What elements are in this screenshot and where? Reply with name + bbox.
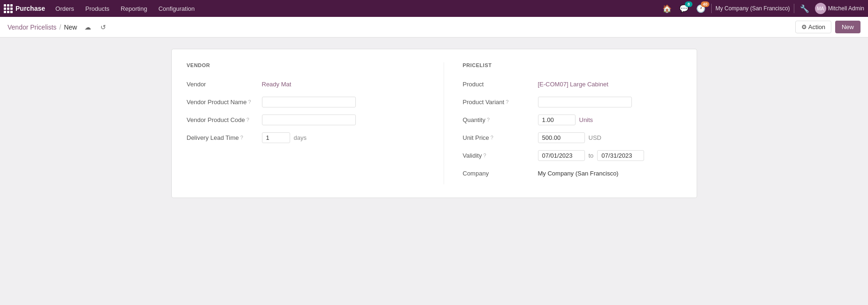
navbar-company: My Company (San Francisco) bbox=[715, 5, 790, 12]
product-value[interactable]: [E-COM07] Large Cabinet bbox=[538, 81, 682, 88]
validity-field: Validity ? to bbox=[463, 149, 682, 162]
divider-2 bbox=[794, 4, 794, 13]
vendor-section: VENDOR Vendor Ready Mat Vendor Product N… bbox=[187, 62, 425, 184]
breadcrumb-link[interactable]: Vendor Pricelists bbox=[8, 23, 56, 31]
breadcrumb: Vendor Pricelists / New ☁ ↺ bbox=[8, 23, 108, 32]
form-card: VENDOR Vendor Ready Mat Vendor Product N… bbox=[171, 49, 697, 198]
action-bar: Vendor Pricelists / New ☁ ↺ ⚙ Action New bbox=[0, 17, 868, 38]
user-avatar: MA bbox=[815, 3, 826, 14]
nav-orders[interactable]: Orders bbox=[51, 3, 79, 14]
vendor-product-name-input[interactable] bbox=[262, 97, 356, 107]
quantity-label: Quantity ? bbox=[463, 116, 538, 123]
vendor-product-code-label: Vendor Product Code ? bbox=[187, 116, 262, 123]
unit-price-currency: USD bbox=[589, 134, 601, 141]
unit-price-field: Unit Price ? USD bbox=[463, 131, 682, 144]
company-label: Company bbox=[463, 170, 538, 177]
delivery-lead-time-value: days bbox=[262, 132, 425, 143]
navbar-right: 🏠 💬 8 🕐 40 My Company (San Francisco) 🔧 … bbox=[661, 3, 864, 14]
help-icon-qty: ? bbox=[487, 117, 490, 122]
navbar-brand[interactable]: Purchase bbox=[4, 4, 45, 13]
pricelist-section: PRICELIST Product [E-COM07] Large Cabine… bbox=[444, 62, 682, 184]
unit-price-value: USD bbox=[538, 132, 682, 143]
clock-badge: 40 bbox=[701, 1, 709, 7]
delivery-lead-time-unit: days bbox=[294, 134, 307, 141]
quantity-unit[interactable]: Units bbox=[579, 116, 593, 123]
vendor-product-code-input[interactable] bbox=[262, 114, 356, 125]
main-content: VENDOR Vendor Ready Mat Vendor Product N… bbox=[0, 38, 868, 305]
breadcrumb-current: New bbox=[64, 23, 77, 31]
action-button[interactable]: ⚙ Action bbox=[795, 21, 831, 33]
company-value: My Company (San Francisco) bbox=[538, 170, 682, 177]
vendor-field: Vendor Ready Mat bbox=[187, 77, 425, 91]
nav-reporting[interactable]: Reporting bbox=[116, 3, 152, 14]
vendor-section-title: VENDOR bbox=[187, 62, 425, 70]
validity-from-input[interactable] bbox=[538, 150, 585, 161]
breadcrumb-sep: / bbox=[59, 23, 61, 31]
help-icon-vpc: ? bbox=[246, 117, 249, 122]
vendor-product-code-field: Vendor Product Code ? bbox=[187, 113, 425, 126]
tools-icon-btn[interactable]: 🔧 bbox=[798, 3, 811, 14]
pricelist-section-title: PRICELIST bbox=[463, 62, 682, 70]
navbar: Purchase Orders Products Reporting Confi… bbox=[0, 0, 868, 17]
vendor-product-name-label: Vendor Product Name ? bbox=[187, 99, 262, 106]
validity-label: Validity ? bbox=[463, 152, 538, 159]
nav-configuration[interactable]: Configuration bbox=[154, 3, 199, 14]
unit-price-input[interactable] bbox=[538, 132, 585, 143]
vendor-label: Vendor bbox=[187, 81, 262, 88]
help-icon-vpn: ? bbox=[248, 99, 251, 105]
help-icon-val: ? bbox=[483, 152, 486, 158]
product-field: Product [E-COM07] Large Cabinet bbox=[463, 77, 682, 91]
discard-icon-btn[interactable]: ↺ bbox=[99, 23, 108, 32]
product-variant-label: Product Variant ? bbox=[463, 99, 538, 106]
grid-icon bbox=[4, 4, 13, 13]
clock-icon-btn[interactable]: 🕐 40 bbox=[694, 3, 707, 14]
quantity-value: Units bbox=[538, 114, 682, 125]
product-variant-input[interactable] bbox=[538, 97, 632, 107]
navbar-user[interactable]: MA Mitchell Admin bbox=[815, 3, 864, 14]
validity-to-sep: to bbox=[589, 152, 594, 159]
chat-icon-btn[interactable]: 💬 8 bbox=[677, 3, 691, 14]
new-button[interactable]: New bbox=[835, 21, 860, 33]
delivery-lead-time-field: Delivery Lead Time ? days bbox=[187, 131, 425, 144]
vendor-product-name-field: Vendor Product Name ? bbox=[187, 95, 425, 108]
help-icon-dlt: ? bbox=[240, 135, 243, 140]
help-icon-up: ? bbox=[491, 135, 493, 140]
product-label: Product bbox=[463, 81, 538, 88]
delivery-lead-time-label: Delivery Lead Time ? bbox=[187, 134, 262, 141]
app-name: Purchase bbox=[15, 5, 45, 12]
divider-1 bbox=[711, 4, 712, 13]
home-icon-btn[interactable]: 🏠 bbox=[661, 3, 674, 14]
vendor-value[interactable]: Ready Mat bbox=[262, 81, 425, 88]
form-row: VENDOR Vendor Ready Mat Vendor Product N… bbox=[187, 62, 682, 184]
vendor-product-name-value[interactable] bbox=[262, 97, 425, 107]
validity-value: to bbox=[538, 150, 682, 161]
validity-to-input[interactable] bbox=[597, 150, 644, 161]
vendor-product-code-value[interactable] bbox=[262, 114, 425, 125]
user-name: Mitchell Admin bbox=[828, 5, 864, 12]
product-variant-value[interactable] bbox=[538, 97, 682, 107]
action-bar-right: ⚙ Action New bbox=[795, 21, 860, 33]
nav-products[interactable]: Products bbox=[81, 3, 114, 14]
unit-price-label: Unit Price ? bbox=[463, 134, 538, 141]
help-icon-pv: ? bbox=[506, 99, 508, 105]
company-field: Company My Company (San Francisco) bbox=[463, 167, 682, 180]
quantity-field: Quantity ? Units bbox=[463, 113, 682, 126]
messages-badge: 8 bbox=[685, 1, 692, 7]
quantity-input[interactable] bbox=[538, 114, 576, 125]
cloud-save-icon-btn[interactable]: ☁ bbox=[83, 23, 93, 32]
product-variant-field: Product Variant ? bbox=[463, 95, 682, 108]
delivery-lead-time-input[interactable] bbox=[262, 132, 290, 143]
